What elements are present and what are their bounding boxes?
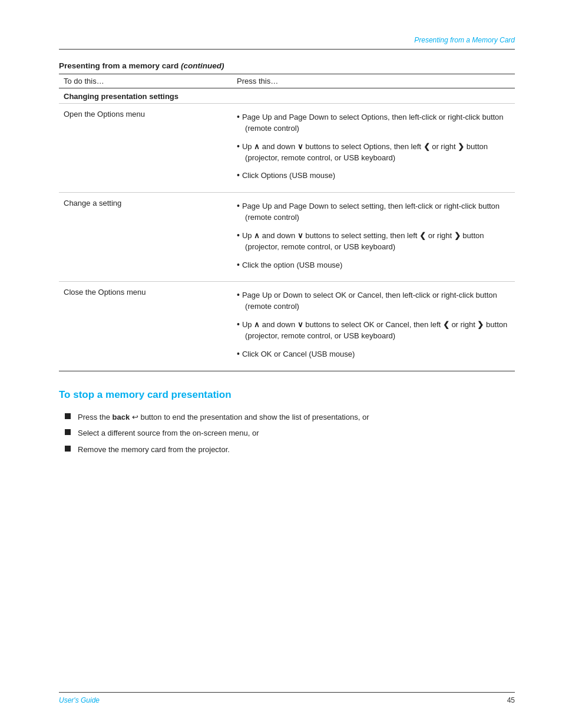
page-footer: User's Guide 45	[59, 692, 515, 704]
list-item: Click the option (USB mouse)	[237, 258, 510, 274]
col1-header: To do this…	[59, 74, 232, 88]
list-item: Remove the memory card from the projecto…	[65, 442, 515, 458]
bullet-icon	[65, 429, 71, 435]
press-cell: Page Up and Page Down to select Options,…	[232, 104, 515, 193]
list-item: Press the back ↩ button to end the prese…	[65, 409, 515, 426]
table-row: Open the Options menu Page Up and Page D…	[59, 104, 515, 193]
stop-item-text: Select a different source from the on-sc…	[78, 427, 515, 439]
action-cell: Change a setting	[59, 193, 232, 282]
list-item: Page Up and Page Down to select setting,…	[237, 199, 510, 226]
page-header-title: Presenting from a Memory Card	[414, 36, 515, 44]
press-list: Page Up or Down to select OK or Cancel, …	[237, 288, 510, 362]
press-list: Page Up and Page Down to select setting,…	[237, 199, 510, 273]
table-col-header-row: To do this… Press this…	[59, 74, 515, 88]
stop-section: To stop a memory card presentation Press…	[59, 389, 515, 458]
list-item: Select a different source from the on-sc…	[65, 425, 515, 442]
action-cell: Close the Options menu	[59, 282, 232, 371]
list-item: Up ∧ and down ∨ buttons to select Option…	[237, 139, 510, 166]
subsection-row: Changing presentation settings	[59, 88, 515, 104]
press-list: Page Up and Page Down to select Options,…	[237, 110, 510, 184]
list-item: Click Options (USB mouse)	[237, 168, 510, 184]
table-row: Change a setting Page Up and Page Down t…	[59, 193, 515, 282]
bullet-icon	[65, 446, 71, 452]
footer-right: 45	[507, 696, 515, 704]
list-item: Up ∧ and down ∨ buttons to select OK or …	[237, 317, 510, 344]
stop-section-title: To stop a memory card presentation	[59, 389, 515, 401]
subsection-label: Changing presentation settings	[59, 88, 515, 104]
list-item: Click OK or Cancel (USB mouse)	[237, 347, 510, 363]
section-heading-italic: (continued)	[181, 61, 224, 70]
main-table: To do this… Press this… Changing present…	[59, 74, 515, 371]
press-cell: Page Up and Page Down to select setting,…	[232, 193, 515, 282]
stop-item-text: Press the back ↩ button to end the prese…	[78, 411, 515, 423]
header-rule	[59, 49, 515, 50]
list-item: Page Up and Page Down to select Options,…	[237, 110, 510, 137]
list-item: Page Up or Down to select OK or Cancel, …	[237, 288, 510, 315]
col2-header: Press this…	[232, 74, 515, 88]
footer-left: User's Guide	[59, 696, 100, 704]
press-cell: Page Up or Down to select OK or Cancel, …	[232, 282, 515, 371]
stop-list: Press the back ↩ button to end the prese…	[65, 409, 515, 458]
action-cell: Open the Options menu	[59, 104, 232, 193]
page-header: Presenting from a Memory Card	[59, 35, 515, 44]
table-row: Close the Options menu Page Up or Down t…	[59, 282, 515, 371]
bullet-icon	[65, 413, 71, 419]
section-heading: Presenting from a memory card (continued…	[59, 61, 515, 70]
list-item: Up ∧ and down ∨ buttons to select settin…	[237, 228, 510, 255]
section-heading-normal: Presenting from a memory card	[59, 61, 181, 70]
page: Presenting from a Memory Card Presenting…	[0, 0, 562, 728]
stop-item-text: Remove the memory card from the projecto…	[78, 444, 515, 456]
